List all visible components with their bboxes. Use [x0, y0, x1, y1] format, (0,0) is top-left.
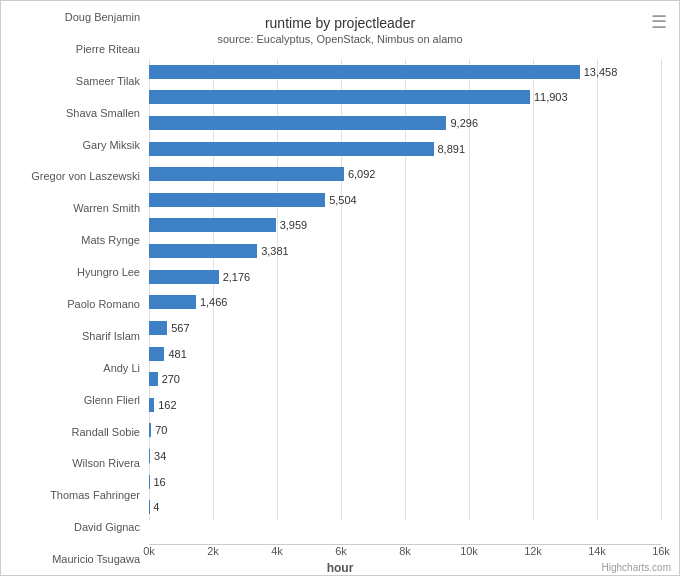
x-tick-label: 12k [524, 545, 542, 557]
bar-value-label: 70 [155, 424, 167, 436]
x-tick-label: 0k [143, 545, 155, 557]
bar [149, 142, 434, 156]
bar [149, 423, 151, 437]
x-tick-label: 14k [588, 545, 606, 557]
bar-row: 3,381 [149, 238, 661, 264]
bar [149, 116, 446, 130]
x-tick-label: 6k [335, 545, 347, 557]
x-tick-label: 16k [652, 545, 670, 557]
y-label: Pierre Riteau [76, 43, 140, 55]
bar-row: 4 [149, 494, 661, 520]
x-tick-label: 2k [207, 545, 219, 557]
menu-icon[interactable]: ☰ [651, 11, 667, 33]
bar-value-label: 162 [158, 399, 176, 411]
bar [149, 295, 196, 309]
bar-value-label: 34 [154, 450, 166, 462]
bar [149, 193, 325, 207]
y-label: Doug Benjamin [65, 11, 140, 23]
x-tick-label: 8k [399, 545, 411, 557]
x-tick-label: 4k [271, 545, 283, 557]
bar-value-label: 5,504 [329, 194, 357, 206]
chart-container: runtime by projectleader source: Eucalyp… [0, 0, 680, 576]
x-tick-label: 10k [460, 545, 478, 557]
bar-row: 16 [149, 469, 661, 495]
bar-value-label: 2,176 [223, 271, 251, 283]
bar-chart-inner: 13,45811,9039,2968,8916,0925,5043,9593,3… [149, 59, 661, 520]
bar [149, 270, 219, 284]
bar [149, 321, 167, 335]
bar-row: 11,903 [149, 85, 661, 111]
bar-row: 162 [149, 392, 661, 418]
bar-value-label: 11,903 [534, 91, 568, 103]
bar-row: 567 [149, 315, 661, 341]
bar-row: 13,458 [149, 59, 661, 85]
bar-row: 1,466 [149, 290, 661, 316]
bar [149, 90, 530, 104]
bar [149, 449, 150, 463]
bar-value-label: 16 [154, 476, 166, 488]
grid-line [661, 59, 662, 520]
bar-row: 481 [149, 341, 661, 367]
bar-value-label: 3,381 [261, 245, 289, 257]
bar [149, 398, 154, 412]
bar-value-label: 6,092 [348, 168, 376, 180]
chart-area: 13,45811,9039,2968,8916,0925,5043,9593,3… [1, 59, 679, 520]
bar-value-label: 13,458 [584, 66, 618, 78]
bar [149, 218, 276, 232]
bar [149, 347, 164, 361]
bar [149, 244, 257, 258]
bar [149, 167, 344, 181]
bar-row: 2,176 [149, 264, 661, 290]
bar-value-label: 3,959 [280, 219, 308, 231]
bar-row: 9,296 [149, 110, 661, 136]
x-tick-labels: 0k2k4k6k8k10k12k14k16k [149, 545, 661, 561]
bar-value-label: 567 [171, 322, 189, 334]
bar-value-label: 9,296 [450, 117, 478, 129]
y-label: David Gignac [74, 521, 140, 533]
bar-row: 34 [149, 443, 661, 469]
bar-value-label: 8,891 [438, 143, 466, 155]
bar-value-label: 270 [162, 373, 180, 385]
bar-value-label: 4 [153, 501, 159, 513]
bar-row: 8,891 [149, 136, 661, 162]
bar [149, 475, 150, 489]
x-axis-title: hour [1, 561, 679, 575]
bar-row: 70 [149, 418, 661, 444]
bar-value-label: 481 [168, 348, 186, 360]
bar-row: 5,504 [149, 187, 661, 213]
bar-row: 6,092 [149, 161, 661, 187]
highcharts-credit: Highcharts.com [602, 562, 671, 573]
bar [149, 372, 158, 386]
bar-value-label: 1,466 [200, 296, 228, 308]
bar-row: 270 [149, 366, 661, 392]
bar [149, 65, 580, 79]
bar-row: 3,959 [149, 213, 661, 239]
